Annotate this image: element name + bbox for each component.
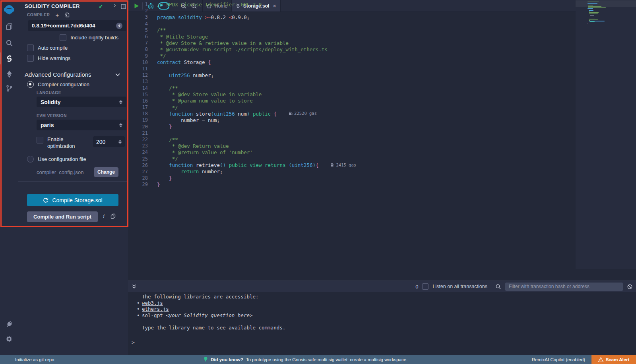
forward-chevron-icon[interactable]: ›	[114, 2, 116, 8]
settings-gear-icon[interactable]	[0, 332, 18, 346]
add-custom-compiler-icon[interactable]: +	[56, 13, 59, 17]
terminal-line	[128, 318, 636, 325]
clear-console-icon[interactable]	[627, 284, 633, 290]
line-number: 25	[128, 156, 157, 162]
code-line: 14 /**	[128, 85, 356, 91]
hide-warnings-checkbox[interactable]	[27, 55, 34, 62]
transaction-filter-input[interactable]	[505, 283, 623, 291]
optimization-runs-input[interactable]: 200	[93, 136, 125, 147]
code-line: 3pragma solidity >=0.8.2 <0.9.0;	[128, 14, 356, 20]
listen-transactions-checkbox[interactable]	[422, 283, 429, 290]
gas-estimate-badge: 2415 gas	[330, 163, 356, 167]
scam-alert-badge[interactable]: Scam Alert	[591, 355, 636, 364]
code-line: 22 /**	[128, 136, 356, 143]
listen-transactions-label: Listen on all transactions	[432, 284, 487, 289]
compiler-configuration-label: Compiler configuration	[38, 81, 89, 87]
config-file-name[interactable]: compiler_config.json	[37, 169, 84, 175]
terminal-prompt[interactable]: >	[132, 339, 135, 346]
minimap[interactable]	[576, 12, 636, 269]
copy-icon[interactable]	[111, 213, 116, 219]
enable-optimization-checkbox[interactable]	[37, 137, 43, 143]
language-select[interactable]: Solidity	[37, 97, 126, 107]
deploy-run-icon[interactable]	[0, 67, 18, 81]
search-icon[interactable]	[0, 36, 18, 50]
compile-button-label: Compile Storage.sol	[52, 197, 102, 203]
file-explorer-icon[interactable]	[0, 20, 18, 33]
line-number: 20	[128, 124, 157, 130]
use-configuration-file-label: Use configuration file	[38, 156, 86, 162]
terminal-link[interactable]: ethers.js	[142, 306, 169, 312]
code-line: 10contract Storage {	[128, 59, 356, 66]
warning-icon	[598, 357, 603, 362]
auto-compile-checkbox[interactable]	[27, 45, 34, 51]
code-line: 28 }	[128, 175, 356, 181]
hide-warnings-label: Hide warnings	[38, 55, 70, 61]
compiler-configuration-radio[interactable]	[27, 81, 34, 88]
did-you-know-tip: Did you know? To prototype using the Gno…	[204, 356, 407, 362]
line-number: 27	[128, 169, 157, 174]
optimization-runs-value: 200	[96, 139, 105, 145]
change-config-button[interactable]: Change	[94, 167, 118, 177]
code-line: 23 * @dev Return value	[128, 143, 356, 149]
status-bar: Initialize as git repo Did you know? To …	[0, 355, 636, 364]
lightbulb-icon	[204, 356, 208, 362]
main-area: Home Storage.sol × 1// SPDX-License-Iden…	[128, 0, 636, 355]
line-number: 29	[128, 182, 157, 187]
line-number: 22	[128, 137, 157, 142]
line-number: 28	[128, 175, 157, 181]
use-configuration-file-radio[interactable]	[27, 156, 34, 163]
line-number: 7	[128, 40, 157, 46]
git-icon[interactable]	[0, 81, 18, 95]
copilot-status[interactable]: RemixAI Copilot (enabled)	[532, 357, 585, 362]
remix-ide-window: SOLIDITY COMPILER ✓ › COMPILER + 0.8.19+…	[0, 0, 636, 364]
compile-success-check-icon: ✓	[99, 3, 103, 10]
advanced-configurations-title[interactable]: Advanced Configurations	[25, 71, 91, 78]
chevron-down-icon[interactable]	[115, 73, 120, 76]
line-number: 3	[128, 14, 157, 20]
language-value: Solidity	[41, 99, 61, 105]
panel-divider	[18, 181, 128, 182]
code-line: 26 function retrieve() public view retur…	[128, 162, 356, 168]
icon-rail	[0, 0, 19, 355]
code-line: 15 * @dev Store value in variable	[128, 91, 356, 98]
gas-estimate-badge: 22520 gas	[289, 111, 317, 116]
line-number: 8	[128, 46, 157, 52]
terminal-output: The following libraries are accessible:•…	[128, 292, 636, 355]
include-nightly-checkbox[interactable]	[60, 34, 66, 41]
refresh-icon	[43, 197, 48, 203]
solidity-compiler-icon[interactable]	[0, 52, 18, 65]
code-line: 7 * @dev Store & retrieve value in a var…	[128, 40, 356, 46]
remix-logo[interactable]	[0, 3, 18, 17]
line-number: 23	[128, 143, 157, 149]
line-number: 6	[128, 34, 157, 39]
git-init-status[interactable]: Initialize as git repo	[15, 357, 54, 362]
compile-and-run-button[interactable]: Compile and Run script	[27, 211, 98, 222]
code-line: 6 * @title Storage	[128, 33, 356, 40]
open-compiler-file-icon[interactable]	[64, 12, 70, 17]
line-number: 24	[128, 149, 157, 155]
line-number: 21	[128, 130, 157, 136]
code-line: 8 * @custom:dev-run-script ./scripts/dep…	[128, 46, 356, 52]
code-editor[interactable]: 1// SPDX-License-Identifier: GPL-3.023pr…	[128, 12, 636, 281]
compiler-version-select[interactable]: 0.8.19+commit.7dd6d404	[28, 20, 126, 31]
line-number: 9	[128, 53, 157, 59]
line-number: 11	[128, 66, 157, 72]
code-line: 24 * @return value of 'number'	[128, 149, 356, 155]
expand-terminal-icon[interactable]	[132, 284, 136, 289]
line-number: 26	[128, 163, 157, 168]
code-line: 25 */	[128, 156, 356, 162]
code-line: 5/**	[128, 27, 356, 33]
code-line: 29}	[128, 181, 356, 188]
compile-button[interactable]: Compile Storage.sol	[27, 194, 118, 206]
terminal-line: •ethers.js	[128, 306, 636, 312]
terminal-link[interactable]: web3.js	[142, 300, 163, 306]
plugin-manager-icon[interactable]	[0, 317, 18, 331]
code-line: 9 */	[128, 53, 356, 59]
line-number: 18	[128, 111, 157, 116]
line-number: 2	[128, 12, 157, 14]
compiler-version-value: 0.8.19+commit.7dd6d404	[32, 23, 95, 29]
code-line: 17 */	[128, 104, 356, 110]
evm-version-select[interactable]: paris	[37, 120, 126, 130]
info-icon[interactable]: i	[103, 213, 104, 219]
pin-panel-icon[interactable]	[121, 3, 126, 10]
